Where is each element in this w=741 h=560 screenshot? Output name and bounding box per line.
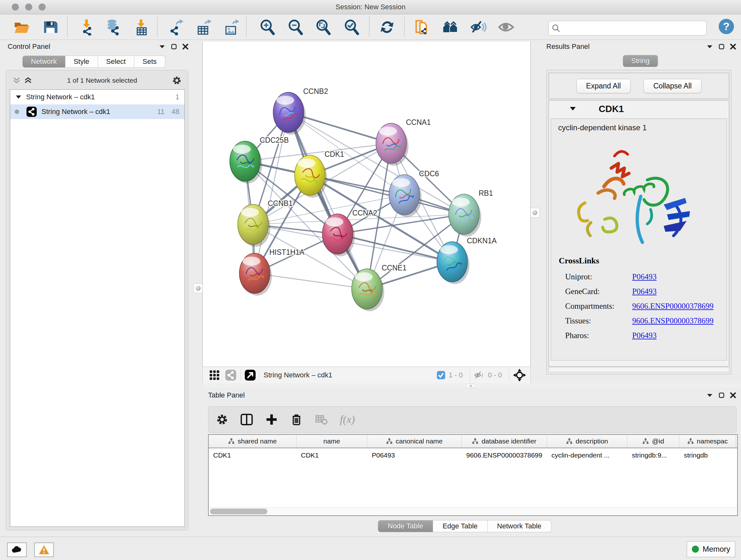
refresh-icon[interactable] xyxy=(379,19,395,36)
table-tab-node-table[interactable]: Node Table xyxy=(378,520,433,532)
gene-symbol: CDK1 xyxy=(599,104,624,114)
function-builder-icon[interactable]: f(x) xyxy=(340,414,355,426)
open-session-icon[interactable] xyxy=(13,19,30,36)
panel-float-icon[interactable] xyxy=(706,393,713,397)
node-label-CCNB2: CCNB2 xyxy=(303,87,328,96)
column-header-database-identifier[interactable]: database identifier xyxy=(462,435,547,448)
memory-button[interactable]: Memory xyxy=(687,541,735,557)
toolbar-divider xyxy=(157,17,158,37)
network-overview-icon[interactable] xyxy=(225,369,237,381)
panel-float-icon[interactable] xyxy=(159,44,165,49)
panel-close-icon[interactable] xyxy=(183,44,188,50)
delete-column-icon[interactable] xyxy=(290,413,303,426)
protein-node-RB1[interactable]: RB1 xyxy=(449,189,493,237)
crosslink-row: Uniprot:P06493 xyxy=(565,269,722,284)
collapse-all-button[interactable]: Collapse All xyxy=(643,79,701,93)
column-header-namespac[interactable]: namespac xyxy=(679,435,736,448)
protein-node-HIST1H1A[interactable]: HIST1H1A xyxy=(239,248,305,296)
table-settings-gear-icon[interactable] xyxy=(216,414,228,426)
network-view-canvas[interactable]: CCNB2CCNA1CDC25BCDK1CDC6RB1CCNB1CCNA2CDK… xyxy=(202,42,531,367)
scrollbar-thumb[interactable] xyxy=(210,509,267,514)
search-input[interactable] xyxy=(563,22,702,33)
column-header-description[interactable]: description xyxy=(547,435,627,448)
export-image-icon[interactable] xyxy=(223,19,239,36)
zoom-selected-icon[interactable] xyxy=(343,19,360,36)
panel-close-icon[interactable] xyxy=(730,44,736,50)
network-tree-child-row[interactable]: String Network – cdk1 11 48 xyxy=(10,105,185,119)
toolbar-divider xyxy=(67,17,68,37)
results-scrollbar[interactable] xyxy=(549,367,729,372)
table-horizontal-scrollbar[interactable] xyxy=(209,507,737,515)
control-panel-tab-sets[interactable]: Sets xyxy=(134,56,165,68)
protein-node-CDC6[interactable]: CDC6 xyxy=(389,170,439,217)
cloud-status-button[interactable] xyxy=(7,543,27,557)
control-panel-tab-network[interactable]: Network xyxy=(22,56,65,68)
collapse-all-icon[interactable] xyxy=(12,77,21,84)
network-view-toolbar: String Network – cdk1 1 - 0 0 - 0 xyxy=(202,367,531,384)
birds-eye-grid-icon[interactable] xyxy=(209,370,220,381)
gear-icon[interactable] xyxy=(172,76,182,85)
table-tab-edge-table[interactable]: Edge Table xyxy=(433,520,488,532)
panel-close-icon[interactable] xyxy=(730,392,736,398)
zoom-in-icon[interactable] xyxy=(259,19,276,36)
left-splitter-grip[interactable] xyxy=(193,284,203,293)
tree-caret-icon[interactable] xyxy=(15,95,22,99)
table-tab-network-table[interactable]: Network Table xyxy=(488,520,551,532)
column-header-shared-name[interactable]: shared name xyxy=(209,435,296,448)
protein-node-CCNE1[interactable]: CCNE1 xyxy=(352,264,407,311)
protein-node-CCNA1[interactable]: CCNA1 xyxy=(376,118,431,166)
detach-view-icon[interactable] xyxy=(245,369,256,381)
center-view-crosshair-icon[interactable] xyxy=(513,369,526,381)
network-tree-root-row[interactable]: String Network – cdk1 1 xyxy=(10,90,185,105)
import-network-file-icon[interactable] xyxy=(78,19,95,36)
node-label-CCNB1: CCNB1 xyxy=(268,199,293,207)
bottom-splitter-grip[interactable] xyxy=(466,384,475,388)
warning-status-button[interactable] xyxy=(34,543,54,557)
crosslink-link[interactable]: 9606.ENSP00000378699 xyxy=(632,302,714,311)
panel-float-icon[interactable] xyxy=(706,44,713,49)
column-header-canonical-name[interactable]: canonical name xyxy=(367,435,462,448)
column-header--id[interactable]: @id xyxy=(627,435,679,448)
protein-node-CDKN1A[interactable]: CDKN1A xyxy=(437,237,497,284)
control-panel-tab-select[interactable]: Select xyxy=(98,56,134,68)
save-session-icon[interactable] xyxy=(42,19,59,36)
first-neighbors-icon[interactable] xyxy=(442,19,459,36)
import-table-file-icon[interactable] xyxy=(133,19,150,36)
hide-selected-icon[interactable] xyxy=(470,19,487,36)
panel-maximize-icon[interactable] xyxy=(719,44,724,50)
crosslink-link[interactable]: P06493 xyxy=(632,287,657,296)
protein-node-CCNA2[interactable]: CCNA2 xyxy=(322,209,377,256)
gene-caret-icon[interactable] xyxy=(569,106,576,111)
network-share-icon xyxy=(26,106,37,117)
duplicate-network-icon[interactable] xyxy=(414,19,430,36)
add-column-icon[interactable] xyxy=(265,413,278,426)
edge-CCNB2-CCNE1[interactable] xyxy=(288,112,367,289)
import-network-database-icon[interactable] xyxy=(105,19,122,36)
protein-node-CCNB2[interactable]: CCNB2 xyxy=(273,87,328,135)
help-icon[interactable]: ? xyxy=(718,18,735,35)
show-all-icon[interactable] xyxy=(498,19,515,36)
selected-checkbox-icon[interactable] xyxy=(436,371,446,380)
control-panel-tab-style[interactable]: Style xyxy=(65,56,98,68)
hidden-eye-icon[interactable] xyxy=(474,370,485,380)
table-row[interactable]: CDK1CDK1P064939606.ENSP00000378699cyclin… xyxy=(209,448,737,464)
node-label-CDC25B: CDC25B xyxy=(260,136,289,144)
panel-maximize-icon[interactable] xyxy=(171,44,177,50)
crosslink-link[interactable]: P06493 xyxy=(632,272,657,281)
zoom-fit-icon[interactable] xyxy=(315,19,332,36)
delete-table-icon[interactable] xyxy=(315,413,328,426)
expand-all-icon[interactable] xyxy=(24,77,32,84)
show-columns-icon[interactable] xyxy=(240,413,253,426)
edge-CDK1-RB1[interactable] xyxy=(310,175,464,214)
crosslink-link[interactable]: P06493 xyxy=(632,331,657,340)
column-header-name[interactable]: name xyxy=(296,435,367,448)
export-network-icon[interactable] xyxy=(167,19,184,36)
results-tab-string[interactable]: String xyxy=(623,55,658,67)
expand-all-button[interactable]: Expand All xyxy=(576,79,631,93)
panel-maximize-icon[interactable] xyxy=(719,392,724,398)
node-label-CDC6: CDC6 xyxy=(419,170,439,178)
crosslink-link[interactable]: 9606.ENSP00000378699 xyxy=(632,316,714,325)
right-splitter-grip[interactable] xyxy=(530,208,540,217)
export-table-icon[interactable] xyxy=(195,19,212,36)
zoom-out-icon[interactable] xyxy=(287,19,304,36)
